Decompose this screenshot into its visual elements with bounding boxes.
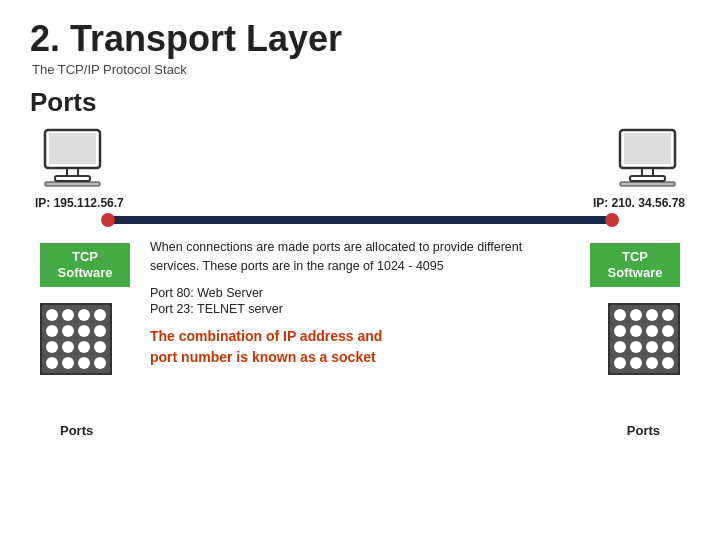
svg-rect-6 (624, 133, 671, 164)
diagram-area: IP: 195.112.56.7 IP: 210. 34.56.78 TCPSo… (30, 128, 690, 448)
svg-rect-4 (45, 182, 100, 186)
socket-text: The combination of IP address andport nu… (150, 326, 570, 368)
content-area: When connections are made ports are allo… (150, 238, 570, 368)
port-80-line: Port 80: Web Server (150, 286, 570, 300)
computer-right (615, 128, 680, 188)
network-line (105, 213, 615, 227)
svg-rect-3 (55, 176, 90, 181)
computer-right-icon (615, 128, 680, 188)
socket-word: socket (331, 349, 375, 365)
svg-rect-1 (49, 133, 96, 164)
server-grid-left (40, 303, 112, 375)
computer-left (40, 128, 105, 188)
ip-label-right: IP: 210. 34.56.78 (593, 196, 685, 210)
svg-rect-9 (620, 182, 675, 186)
page: 2. Transport Layer The TCP/IP Protocol S… (0, 0, 720, 540)
port-23-line: Port 23: TELNET server (150, 302, 570, 316)
server-icon-right (608, 303, 680, 375)
computer-left-icon (40, 128, 105, 188)
svg-rect-8 (630, 176, 665, 181)
content-description: When connections are made ports are allo… (150, 238, 570, 276)
subtitle: The TCP/IP Protocol Stack (32, 62, 690, 77)
server-grid-right (608, 303, 680, 375)
ip-label-left: IP: 195.112.56.7 (35, 196, 124, 210)
network-dot-left (101, 213, 115, 227)
main-title: 2. Transport Layer (30, 18, 690, 60)
ports-label-right: Ports (627, 423, 660, 438)
network-cable (105, 216, 615, 224)
network-dot-right (605, 213, 619, 227)
ports-label-left: Ports (60, 423, 93, 438)
tcp-software-right: TCPSoftware (590, 243, 680, 287)
server-icon-left (40, 303, 112, 375)
tcp-software-left: TCPSoftware (40, 243, 130, 287)
section-title: Ports (30, 87, 690, 118)
